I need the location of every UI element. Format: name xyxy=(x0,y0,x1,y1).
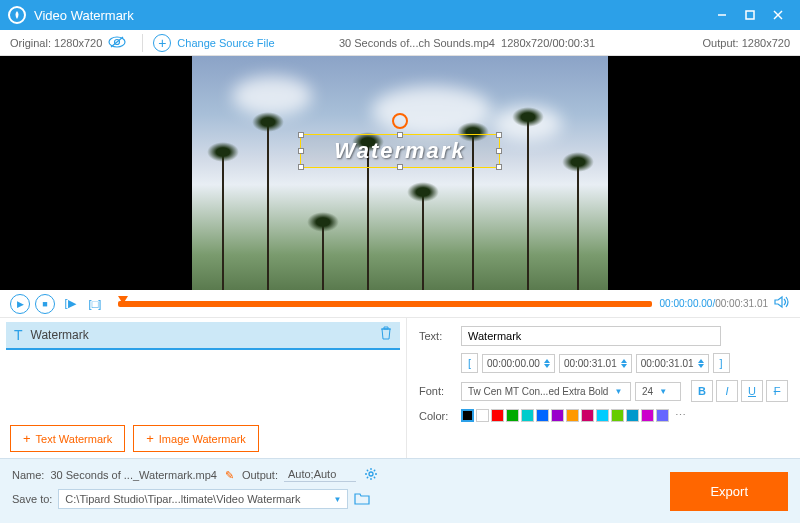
add-image-watermark-button[interactable]: +Image Watermark xyxy=(133,425,259,452)
plus-icon: + xyxy=(146,431,154,446)
preview-area: Watermark xyxy=(0,56,800,290)
playhead-icon[interactable] xyxy=(118,296,128,304)
video-preview[interactable]: Watermark xyxy=(192,56,608,290)
properties-panel: Text: [ 00:00:00.00 00:00:31.01 00:00:31… xyxy=(407,318,800,458)
output-label: Output: xyxy=(703,37,739,49)
export-button[interactable]: Export xyxy=(670,472,788,511)
color-swatch[interactable] xyxy=(566,409,579,422)
color-swatch[interactable] xyxy=(491,409,504,422)
color-swatch[interactable] xyxy=(641,409,654,422)
color-swatch[interactable] xyxy=(521,409,534,422)
open-folder-button[interactable] xyxy=(354,492,370,507)
plus-icon: + xyxy=(153,34,171,52)
color-swatch[interactable] xyxy=(656,409,669,422)
watermark-list-item[interactable]: T Watermark xyxy=(6,322,400,350)
spinner-down-icon[interactable] xyxy=(544,364,550,368)
set-end-button[interactable]: ] xyxy=(713,353,730,373)
font-size-select[interactable]: 24▼ xyxy=(635,382,681,401)
color-swatch[interactable] xyxy=(611,409,624,422)
save-path-select[interactable]: C:\Tipard Studio\Tipar...ltimate\Video W… xyxy=(58,489,348,509)
color-swatch[interactable] xyxy=(581,409,594,422)
player-controls: ▶ ■ [▶ [□] 00:00:00.00/00:00:31.01 xyxy=(0,290,800,318)
add-text-watermark-button[interactable]: +Text Watermark xyxy=(10,425,125,452)
watermark-text-input[interactable] xyxy=(461,326,721,346)
close-button[interactable] xyxy=(764,1,792,29)
name-label: Name: xyxy=(12,469,44,481)
stop-button[interactable]: ■ xyxy=(35,294,55,314)
info-toolbar: Original: 1280x720 + Change Source File … xyxy=(0,30,800,56)
font-label: Font: xyxy=(419,385,461,397)
color-swatch[interactable] xyxy=(596,409,609,422)
svg-rect-1 xyxy=(746,11,754,19)
watermark-item-label: Watermark xyxy=(31,328,380,342)
output-name: 30 Seconds of ..._Watermark.mp4 xyxy=(50,469,217,481)
chevron-down-icon: ▼ xyxy=(659,387,667,396)
underline-button[interactable]: U xyxy=(741,380,763,402)
time-display: 00:00:00.00/00:00:31.01 xyxy=(660,298,768,309)
save-to-label: Save to: xyxy=(12,493,52,505)
color-palette: ⋯ xyxy=(461,409,686,422)
plus-icon: + xyxy=(23,431,31,446)
output-format: Auto;Auto xyxy=(284,468,356,482)
output-settings-button[interactable] xyxy=(364,467,378,483)
bottom-bar: Name: 30 Seconds of ..._Watermark.mp4 ✎ … xyxy=(0,458,800,523)
strikethrough-button[interactable]: F xyxy=(766,380,788,402)
preview-toggle-icon[interactable] xyxy=(108,36,126,50)
set-start-button[interactable]: [ xyxy=(461,353,478,373)
color-swatch[interactable] xyxy=(476,409,489,422)
edit-name-button[interactable]: ✎ xyxy=(225,469,234,482)
original-label: Original: xyxy=(10,37,51,49)
app-logo-icon xyxy=(8,6,26,24)
watermark-text-overlay: Watermark xyxy=(334,138,465,164)
start-time-input[interactable]: 00:00:00.00 xyxy=(482,354,555,373)
color-swatch[interactable] xyxy=(551,409,564,422)
change-source-button[interactable]: + Change Source File xyxy=(153,34,274,52)
app-title: Video Watermark xyxy=(34,8,708,23)
minimize-button[interactable] xyxy=(708,1,736,29)
file-name: 30 Seconds of...ch Sounds.mp4 xyxy=(339,37,495,49)
watermark-list-panel: T Watermark +Text Watermark +Image Water… xyxy=(0,318,407,458)
titlebar: Video Watermark xyxy=(0,0,800,30)
delete-watermark-button[interactable] xyxy=(380,326,392,344)
spinner-down-icon[interactable] xyxy=(621,364,627,368)
spinner-down-icon[interactable] xyxy=(698,364,704,368)
color-swatch[interactable] xyxy=(626,409,639,422)
more-colors-button[interactable]: ⋯ xyxy=(675,409,686,422)
output-resolution: 1280x720 xyxy=(742,37,790,49)
spinner-up-icon[interactable] xyxy=(544,359,550,363)
italic-button[interactable]: I xyxy=(716,380,738,402)
text-type-icon: T xyxy=(14,327,23,343)
font-family-select[interactable]: Tw Cen MT Con...ed Extra Bold▼ xyxy=(461,382,631,401)
duration-input[interactable]: 00:00:31.01 xyxy=(636,354,709,373)
color-label: Color: xyxy=(419,410,461,422)
volume-button[interactable] xyxy=(774,295,790,313)
spinner-up-icon[interactable] xyxy=(621,359,627,363)
color-swatch[interactable] xyxy=(536,409,549,422)
spinner-up-icon[interactable] xyxy=(698,359,704,363)
watermark-selection-box[interactable]: Watermark xyxy=(300,134,500,168)
timeline-slider[interactable] xyxy=(118,301,652,307)
editor-area: T Watermark +Text Watermark +Image Water… xyxy=(0,318,800,458)
rotate-handle-icon[interactable] xyxy=(392,113,408,129)
end-time-input[interactable]: 00:00:31.01 xyxy=(559,354,632,373)
svg-line-6 xyxy=(111,37,123,47)
maximize-button[interactable] xyxy=(736,1,764,29)
svg-point-7 xyxy=(369,472,373,476)
text-label: Text: xyxy=(419,330,461,342)
mark-out-button[interactable]: [□] xyxy=(85,294,105,314)
output-label: Output: xyxy=(242,469,278,481)
bold-button[interactable]: B xyxy=(691,380,713,402)
original-resolution: 1280x720 xyxy=(54,37,102,49)
play-button[interactable]: ▶ xyxy=(10,294,30,314)
chevron-down-icon: ▼ xyxy=(614,387,622,396)
color-swatch[interactable] xyxy=(506,409,519,422)
file-info: 1280x720/00:00:31 xyxy=(501,37,595,49)
change-source-label: Change Source File xyxy=(177,37,274,49)
mark-in-button[interactable]: [▶ xyxy=(60,294,80,314)
color-swatch[interactable] xyxy=(461,409,474,422)
chevron-down-icon: ▼ xyxy=(333,495,341,504)
